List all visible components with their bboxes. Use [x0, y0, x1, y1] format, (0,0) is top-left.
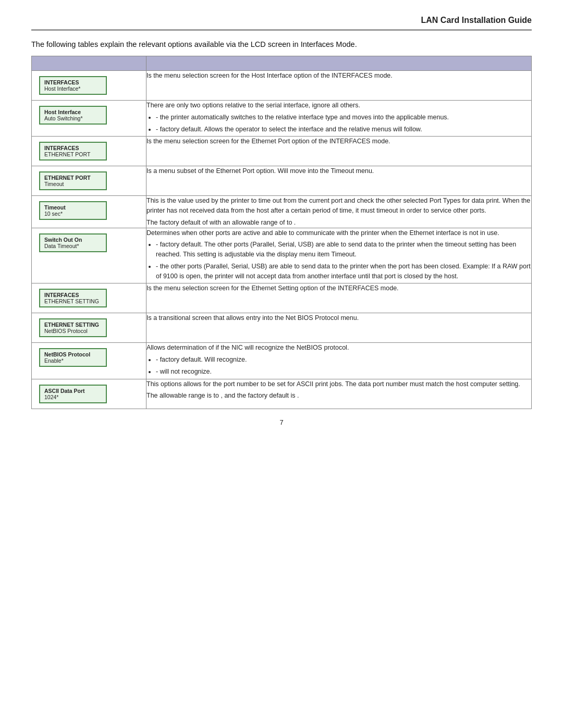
page-number: 7 — [31, 418, 532, 426]
table-cell-right: Is the menu selection screen for the Eth… — [146, 137, 532, 166]
row-description: Is the menu selection screen for the Hos… — [146, 71, 531, 81]
row-description: Is the menu selection screen for the Eth… — [146, 283, 531, 293]
table-cell-left: ETHERNET PORTTimeout — [32, 166, 146, 196]
table-cell-right: Allows determination of if the NIC will … — [146, 343, 532, 379]
lcd-display: NetBIOS ProtocolEnable* — [39, 348, 107, 367]
header-col-left — [32, 56, 146, 71]
lcd-line1: INTERFACES — [44, 145, 102, 151]
table-cell-left: Timeout10 sec* — [32, 196, 146, 228]
lcd-line2: Data Timeout* — [44, 243, 102, 249]
table-row: ETHERNET SETTINGNetBIOS ProtocolIs a tra… — [32, 313, 532, 343]
table-cell-right: Determines when other ports are active a… — [146, 228, 532, 283]
row-description: Is a menu subset of the Ethernet Port op… — [146, 166, 531, 176]
lcd-line2: ETHERNET SETTING — [44, 298, 102, 304]
lcd-line1: Switch Out On — [44, 237, 102, 243]
lcd-line1: INTERFACES — [44, 79, 102, 85]
row-description: Determines when other ports are active a… — [146, 228, 531, 238]
table-row: INTERFACESETHERNET PORTIs the menu selec… — [32, 137, 532, 166]
table-cell-left: ETHERNET SETTINGNetBIOS Protocol — [32, 313, 146, 343]
lcd-display: INTERFACESETHERNET PORT — [39, 142, 107, 161]
header-divider — [31, 29, 532, 31]
table-cell-right: This options allows for the port number … — [146, 379, 532, 409]
lcd-line2: Enable* — [44, 357, 102, 364]
lcd-display: INTERFACESETHERNET SETTING — [39, 289, 107, 307]
header-col-right — [146, 56, 532, 71]
table-cell-right: Is a transitional screen that allows ent… — [146, 313, 532, 343]
row-description: This options allows for the port number … — [146, 379, 531, 389]
table-cell-right: This is the value used by the printer to… — [146, 196, 532, 228]
bullet-item: - factory default. Will recognize. — [156, 355, 531, 365]
lcd-line2: ETHERNET PORT — [44, 151, 102, 157]
lcd-line1: ETHERNET SETTING — [44, 322, 102, 328]
bullet-item: - the printer automatically switches to … — [156, 113, 531, 122]
page-title: LAN Card Installation Guide — [31, 16, 532, 25]
table-cell-left: INTERFACESHost Interface* — [32, 71, 146, 101]
table-cell-right: Is a menu subset of the Ethernet Port op… — [146, 166, 532, 196]
table-cell-left: Host InterfaceAuto Switching* — [32, 101, 146, 137]
bullet-item: - the other ports (Parallel, Serial, USB… — [156, 262, 531, 281]
row-description: This is the value used by the printer to… — [146, 196, 531, 216]
intro-text: The following tables explain the relevan… — [31, 40, 532, 48]
lcd-display: ETHERNET SETTINGNetBIOS Protocol — [39, 318, 107, 337]
page: LAN Card Installation Guide The followin… — [0, 0, 563, 728]
row-description: Is the menu selection screen for the Eth… — [146, 137, 531, 146]
lcd-line1: ASCII Data Port — [44, 388, 102, 394]
bullet-item: - will not recognize. — [156, 367, 531, 377]
table-row: Host InterfaceAuto Switching*There are o… — [32, 101, 532, 137]
row-description: Is a transitional screen that allows ent… — [146, 313, 531, 323]
lcd-line2: Auto Switching* — [44, 115, 102, 121]
lcd-line2: Host Interface* — [44, 85, 102, 92]
table-cell-left: NetBIOS ProtocolEnable* — [32, 343, 146, 379]
table-row: Switch Out OnData Timeout*Determines whe… — [32, 228, 532, 283]
table-row: NetBIOS ProtocolEnable*Allows determinat… — [32, 343, 532, 379]
lcd-line1: ETHERNET PORT — [44, 175, 102, 181]
lcd-line1: Host Interface — [44, 109, 102, 115]
table-cell-right: There are only two options relative to t… — [146, 101, 532, 137]
table-cell-left: ASCII Data Port1024* — [32, 379, 146, 409]
table-row: ASCII Data Port1024*This options allows … — [32, 379, 532, 409]
bullet-list: - factory default. Will recognize.- will… — [156, 355, 531, 377]
lcd-line1: NetBIOS Protocol — [44, 351, 102, 357]
table-cell-right: Is the menu selection screen for the Hos… — [146, 71, 532, 101]
lcd-line1: Timeout — [44, 204, 102, 211]
lcd-display: Host InterfaceAuto Switching* — [39, 106, 107, 125]
table-cell-right: Is the menu selection screen for the Eth… — [146, 283, 532, 313]
lcd-display: ASCII Data Port1024* — [39, 385, 107, 403]
table-cell-left: INTERFACESETHERNET PORT — [32, 137, 146, 166]
bullet-list: - the printer automatically switches to … — [156, 113, 531, 134]
bullet-list: - factory default. The other ports (Para… — [156, 240, 531, 281]
lcd-line2: Timeout — [44, 181, 102, 187]
bullet-item: - factory default. The other ports (Para… — [156, 240, 531, 260]
lcd-line2: 1024* — [44, 394, 102, 400]
lcd-display: Timeout10 sec* — [39, 201, 107, 220]
table-row: INTERFACESETHERNET SETTINGIs the menu se… — [32, 283, 532, 313]
row-extra: The allowable range is to , and the fact… — [146, 391, 531, 401]
bullet-item: - factory default. Allows the operator t… — [156, 125, 531, 134]
lcd-display: Switch Out OnData Timeout* — [39, 233, 107, 252]
table-row: Timeout10 sec*This is the value used by … — [32, 196, 532, 228]
table-cell-left: Switch Out OnData Timeout* — [32, 228, 146, 283]
table-row: INTERFACESHost Interface*Is the menu sel… — [32, 71, 532, 101]
row-description: Allows determination of if the NIC will … — [146, 343, 531, 353]
lcd-display: INTERFACESHost Interface* — [39, 76, 107, 95]
row-description: There are only two options relative to t… — [146, 101, 531, 110]
table-header-row — [32, 56, 532, 71]
table-cell-left: INTERFACESETHERNET SETTING — [32, 283, 146, 313]
row-extra: The factory default of with an allowable… — [146, 218, 531, 228]
lcd-display: ETHERNET PORTTimeout — [39, 171, 107, 190]
lcd-line2: NetBIOS Protocol — [44, 328, 102, 334]
lcd-line1: INTERFACES — [44, 292, 102, 298]
lcd-line2: 10 sec* — [44, 211, 102, 217]
main-table: INTERFACESHost Interface*Is the menu sel… — [31, 56, 532, 409]
table-row: ETHERNET PORTTimeoutIs a menu subset of … — [32, 166, 532, 196]
